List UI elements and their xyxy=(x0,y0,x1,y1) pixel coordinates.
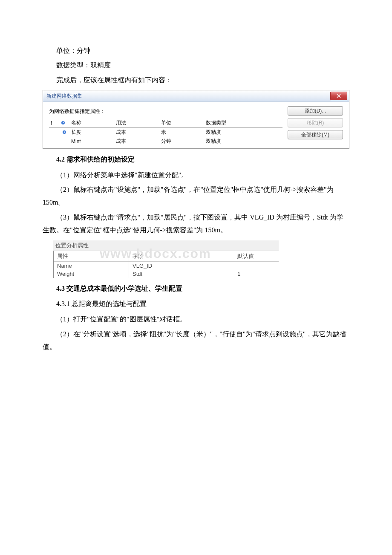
panel-cell-field: VLG_ID xyxy=(129,261,234,270)
col-datatype: 数据类型 xyxy=(204,119,282,128)
subheading-4-3-1: 4.3.1 总距离最短的选址与配置 xyxy=(43,298,349,310)
panel-cell-attr: Name xyxy=(53,261,129,270)
close-button[interactable] xyxy=(330,92,347,100)
location-analysis-panel: www.bdocx.com 位置分析属性 属性 字段 默认值 Name VLG_… xyxy=(53,240,279,278)
dialog-titlebar: 新建网络数据集 xyxy=(43,90,349,102)
panel-cell-attr: Weight xyxy=(53,270,129,278)
heading-4-2: 4.2 需求和供给的初始设定 xyxy=(43,153,349,166)
paragraph-intro: 完成后，应该在属性框内有如下内容： xyxy=(43,74,349,87)
paragraph-step1: （1）网络分析菜单中选择"新建位置分配"。 xyxy=(43,169,349,182)
table-row[interactable]: Mint 成本 分钟 双精度 xyxy=(49,137,282,146)
table-row[interactable]: 长度 成本 米 双精度 xyxy=(49,128,282,137)
col-name: 名称 xyxy=(69,119,114,128)
dialog-title: 新建网络数据集 xyxy=(46,93,82,99)
add-button[interactable]: 添加(D)... xyxy=(288,106,343,116)
panel-col-attr: 属性 xyxy=(53,251,129,261)
paragraph-datatype: 数据类型：双精度 xyxy=(43,59,349,72)
panel-cell-default xyxy=(234,261,279,270)
panel-col-default: 默认值 xyxy=(234,251,279,261)
col-unit: 单位 xyxy=(159,119,204,128)
col-usage: 用法 xyxy=(114,119,159,128)
remove-all-button[interactable]: 全部移除(M) xyxy=(288,130,343,139)
table-header-row: ! 名称 用法 单位 数据类型 xyxy=(49,119,282,128)
cell-unit: 分钟 xyxy=(159,137,204,146)
panel-col-field: 字段 xyxy=(129,251,234,261)
panel-cell-field: Stdt xyxy=(129,270,234,278)
heading-4-3: 4.3 交通总成本最低的小学选址、学生配置 xyxy=(43,282,349,295)
cell-dtype: 双精度 xyxy=(204,137,282,146)
panel-table: 属性 字段 默认值 Name VLG_ID Weight Stdt 1 xyxy=(53,251,279,278)
col-default-icon xyxy=(59,119,69,128)
cell-unit: 米 xyxy=(159,128,204,137)
cell-name: Mint xyxy=(69,137,114,146)
paragraph-431-1: （1）打开"位置配置"的"图层属性"对话框。 xyxy=(43,313,349,326)
dialog-subtitle: 为网络数据集指定属性： xyxy=(49,108,282,115)
panel-cell-default: 1 xyxy=(234,270,279,278)
col-warning: ! xyxy=(49,119,59,128)
panel-title: 位置分析属性 xyxy=(53,240,279,251)
paragraph-step2: （2）鼠标右键点击"设施点"，加载"备选点"，在"位置定位"框中点选"使用几何-… xyxy=(43,183,349,209)
cell-dtype: 双精度 xyxy=(204,128,282,137)
cell-usage: 成本 xyxy=(114,128,159,137)
panel-header-row: 属性 字段 默认值 xyxy=(53,251,279,261)
paragraph-431-2: （2）在"分析设置"选项，选择"阻抗"为"长度（米）"，"行使自"为"请求点到设… xyxy=(43,328,349,354)
paragraph-unit: 单位：分钟 xyxy=(43,44,349,57)
close-icon xyxy=(337,94,341,98)
attributes-table: ! 名称 用法 单位 数据类型 xyxy=(49,119,282,146)
default-marker-icon xyxy=(62,130,66,136)
new-network-dataset-dialog: 新建网络数据集 为网络数据集指定属性： ! xyxy=(43,90,349,149)
panel-row[interactable]: Name VLG_ID xyxy=(53,261,279,270)
cell-name: 长度 xyxy=(69,128,114,137)
cell-usage: 成本 xyxy=(114,137,159,146)
paragraph-step3: （3）鼠标右键点击"请求点"，加载"居民点"，按下图设置，其中 VLG_ID 为… xyxy=(43,211,349,237)
panel-row[interactable]: Weight Stdt 1 xyxy=(53,270,279,278)
default-marker-icon xyxy=(61,120,65,126)
remove-button[interactable]: 移除(R) xyxy=(288,118,343,127)
